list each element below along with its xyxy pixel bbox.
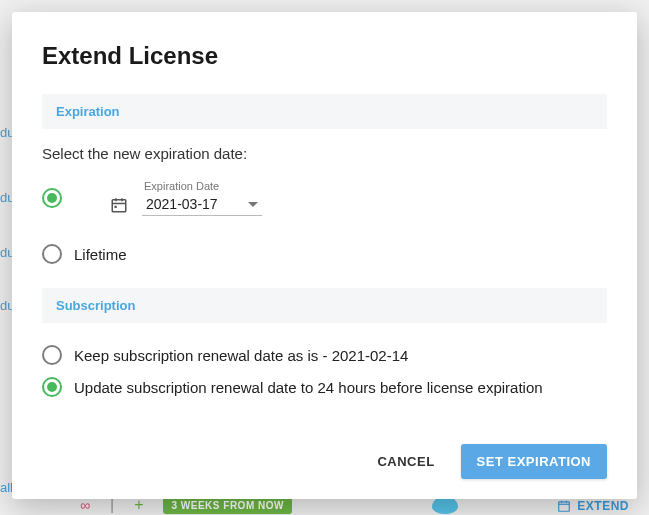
infinity-icon: ∞ [80,497,90,513]
lifetime-option[interactable]: Lifetime [42,238,607,270]
svg-rect-4 [112,200,126,212]
bg-extend-action: EXTEND [557,499,629,513]
svg-rect-0 [559,502,570,511]
expiration-date-value: 2021-03-17 [146,196,218,212]
dialog-title: Extend License [42,42,607,70]
expiration-date-option[interactable]: Expiration Date 2021-03-17 [42,174,607,222]
dialog-footer: CANCEL SET EXPIRATION [42,428,607,479]
extend-license-dialog: Extend License Expiration Select the new… [12,12,637,499]
expiration-date-field: Expiration Date 2021-03-17 [110,180,262,216]
radio-expiration-date[interactable] [42,188,62,208]
radio-dot [47,382,57,392]
subscription-section-header: Subscription [42,288,607,323]
svg-rect-8 [115,206,117,208]
calendar-icon[interactable] [110,196,128,214]
expiration-section-header: Expiration [42,94,607,129]
expiration-prompt: Select the new expiration date: [42,145,607,162]
bg-extend-label: EXTEND [577,499,629,513]
update-renewal-label: Update subscription renewal date to 24 h… [74,379,543,396]
expiration-date-input[interactable]: 2021-03-17 [142,194,262,216]
keep-renewal-label: Keep subscription renewal date as is - 2… [74,347,408,364]
radio-keep-renewal[interactable] [42,345,62,365]
keep-renewal-option[interactable]: Keep subscription renewal date as is - 2… [42,339,607,371]
subscription-section-body: Keep subscription renewal date as is - 2… [42,323,607,421]
radio-update-renewal[interactable] [42,377,62,397]
chevron-down-icon [248,202,258,207]
radio-lifetime[interactable] [42,244,62,264]
cancel-button[interactable]: CANCEL [373,446,438,477]
set-expiration-button[interactable]: SET EXPIRATION [461,444,607,479]
radio-dot [47,193,57,203]
lifetime-label: Lifetime [74,246,127,263]
expiration-date-label: Expiration Date [144,180,262,192]
calendar-icon [557,499,571,513]
expiration-section-body: Select the new expiration date: Expirati… [42,129,607,288]
bg-time-badge: 3 WEEKS FROM NOW [163,497,291,514]
update-renewal-option[interactable]: Update subscription renewal date to 24 h… [42,371,607,403]
